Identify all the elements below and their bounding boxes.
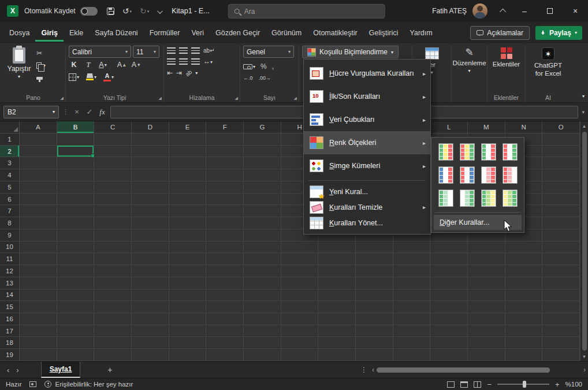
share-button[interactable]: Paylaş ▾ — [535, 26, 582, 40]
cell-O14[interactable] — [542, 289, 580, 302]
color-scale-green-yellow-red[interactable] — [435, 140, 456, 164]
cell-J18[interactable] — [356, 337, 393, 349]
cell-H18[interactable] — [281, 337, 319, 349]
macro-record-button[interactable] — [29, 381, 36, 387]
previous-sheet-button[interactable]: ‹ — [0, 366, 16, 374]
editing-group-button[interactable]: ✎ Düzenleme ▾ — [455, 46, 484, 73]
cell-E15[interactable] — [169, 301, 207, 313]
cell-M18[interactable] — [468, 337, 505, 349]
cell-E19[interactable] — [169, 349, 207, 361]
cf-menu-item-0[interactable]: Hücre Vurgulama Kuralları▸ — [304, 62, 430, 85]
cell-F7[interactable] — [206, 205, 244, 217]
cell-O12[interactable] — [542, 265, 580, 277]
cell-B12[interactable] — [57, 265, 95, 277]
zoom-in-button[interactable]: + — [555, 380, 560, 389]
cell-O5[interactable] — [542, 181, 580, 194]
cell-M10[interactable] — [468, 242, 505, 254]
ribbon-tab-4[interactable]: Formüller — [144, 24, 186, 42]
column-header-B[interactable]: B — [57, 121, 95, 133]
cell-I17[interactable] — [318, 325, 356, 337]
color-scale-red-white[interactable] — [499, 164, 520, 187]
paste-dropdown-icon[interactable]: ▾ — [18, 74, 20, 79]
cell-A3[interactable] — [20, 157, 57, 169]
cell-D1[interactable] — [132, 133, 169, 146]
cell-I13[interactable] — [318, 277, 356, 289]
paste-button[interactable]: Yapıştır ▾ — [4, 46, 34, 93]
cell-A13[interactable] — [20, 277, 57, 289]
color-scale-yellow-green[interactable] — [499, 187, 520, 210]
cell-D16[interactable] — [132, 313, 169, 325]
font-color-button[interactable]: A▾ — [103, 72, 114, 82]
cell-E16[interactable] — [169, 313, 207, 325]
cell-A19[interactable] — [20, 349, 57, 361]
borders-button[interactable]: ▾ — [69, 72, 79, 82]
cell-A7[interactable] — [20, 205, 57, 217]
cell-I18[interactable] — [318, 337, 356, 349]
formula-bar-resize-handle[interactable]: ⋮ — [62, 108, 69, 116]
user-name[interactable]: Fatih ATEŞ — [432, 7, 467, 15]
cell-B3[interactable] — [57, 157, 95, 169]
row-header-17[interactable]: 17 — [0, 325, 20, 337]
cell-A17[interactable] — [20, 325, 57, 337]
cell-H10[interactable] — [281, 242, 319, 254]
cell-G9[interactable] — [244, 229, 281, 242]
cell-O1[interactable] — [542, 133, 580, 146]
cell-E2[interactable] — [169, 146, 207, 158]
cell-G3[interactable] — [244, 157, 281, 169]
cell-D8[interactable] — [132, 217, 169, 229]
bold-button[interactable]: K — [69, 60, 79, 70]
font-size-combo[interactable]: 11▾ — [133, 46, 159, 58]
cell-G11[interactable] — [244, 253, 281, 265]
cell-L14[interactable] — [430, 289, 468, 302]
cell-B1[interactable] — [57, 133, 95, 146]
addins-button[interactable]: Eklentiler — [490, 46, 522, 68]
zoom-out-button[interactable]: − — [487, 380, 492, 389]
name-box[interactable]: B2 ▾ — [3, 106, 59, 118]
cell-C17[interactable] — [94, 325, 132, 337]
number-dialog-launcher[interactable]: ◢ — [294, 96, 297, 101]
scroll-up-arrow[interactable]: ▲ — [582, 121, 587, 131]
cell-O8[interactable] — [542, 217, 580, 229]
cell-L18[interactable] — [430, 337, 468, 349]
align-top-button[interactable] — [167, 47, 176, 54]
cell-D14[interactable] — [132, 289, 169, 302]
cell-N15[interactable] — [505, 301, 543, 313]
cell-D15[interactable] — [132, 301, 169, 313]
cell-O18[interactable] — [542, 337, 580, 349]
fill-color-button[interactable]: ▾ — [86, 72, 96, 82]
percent-style-button[interactable]: % — [260, 62, 267, 70]
cell-G4[interactable] — [244, 169, 281, 181]
cell-C12[interactable] — [94, 265, 132, 277]
cell-F19[interactable] — [206, 349, 244, 361]
cell-N13[interactable] — [505, 277, 543, 289]
close-button[interactable]: × — [563, 0, 588, 22]
cell-C18[interactable] — [94, 337, 132, 349]
decrease-decimal-button[interactable]: .00→ — [259, 75, 271, 81]
cell-E13[interactable] — [169, 277, 207, 289]
cell-B13[interactable] — [57, 277, 95, 289]
conditional-formatting-button[interactable]: Koşullu Biçimlendirme ▾ — [302, 46, 399, 58]
cell-B8[interactable] — [57, 217, 95, 229]
cell-O17[interactable] — [542, 325, 580, 337]
cell-B16[interactable] — [57, 313, 95, 325]
clipboard-dialog-launcher[interactable]: ◢ — [61, 96, 64, 101]
cell-O11[interactable] — [542, 253, 580, 265]
cell-K19[interactable] — [393, 349, 431, 361]
cell-A5[interactable] — [20, 181, 57, 194]
name-box-dropdown-icon[interactable]: ▾ — [53, 109, 55, 114]
column-header-C[interactable]: C — [94, 121, 132, 133]
cell-A10[interactable] — [20, 242, 57, 254]
cell-D17[interactable] — [132, 325, 169, 337]
cell-B17[interactable] — [57, 325, 95, 337]
horizontal-scrollbar[interactable]: ‹ › — [372, 366, 586, 374]
collapse-ribbon-button[interactable]: ▾ — [582, 94, 585, 99]
cell-J11[interactable] — [356, 253, 393, 265]
cell-H13[interactable] — [281, 277, 319, 289]
cell-K10[interactable] — [393, 242, 431, 254]
cell-O3[interactable] — [542, 157, 580, 169]
cell-D3[interactable] — [132, 157, 169, 169]
ribbon-tab-3[interactable]: Sayfa Düzeni — [89, 24, 143, 42]
cell-F14[interactable] — [206, 289, 244, 302]
cell-D4[interactable] — [132, 169, 169, 181]
cell-H15[interactable] — [281, 301, 319, 313]
